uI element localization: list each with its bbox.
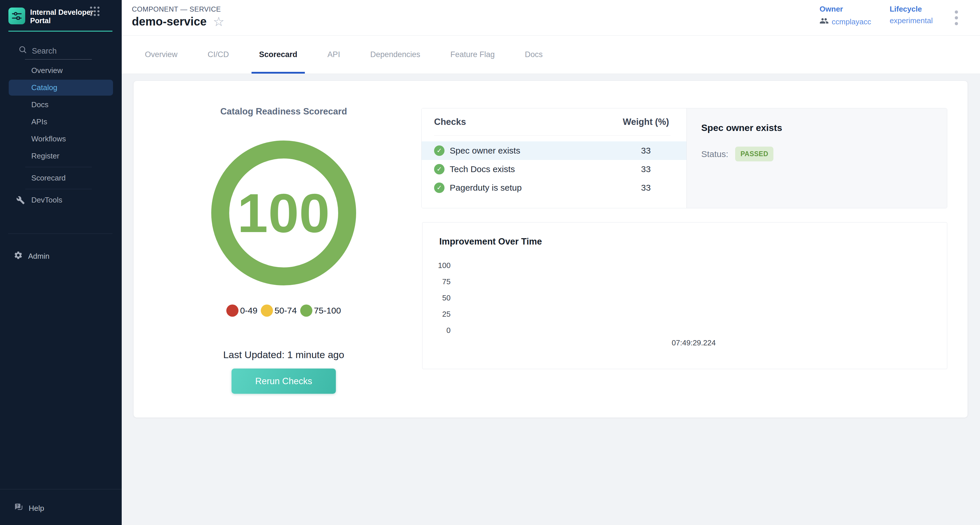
sidebar-item-label: Overview — [31, 66, 63, 75]
check-row[interactable]: ✓Tech Docs exists33 — [422, 160, 686, 178]
svg-text:?: ? — [16, 504, 19, 508]
check-name: Pagerduty is setup — [450, 183, 522, 192]
legend-dot — [300, 304, 312, 317]
wrench-icon — [16, 196, 25, 205]
y-axis-tick: 100 — [433, 261, 450, 270]
legend-label: 50-74 — [274, 305, 297, 315]
sidebar-item-label: Docs — [31, 100, 48, 109]
check-weight: 33 — [621, 146, 671, 156]
legend-dot — [226, 304, 239, 317]
sidebar-item-register[interactable]: Register — [0, 148, 122, 165]
sidebar-item-label: Help — [29, 504, 44, 513]
tab-overview[interactable]: Overview — [145, 36, 178, 73]
check-weight: 33 — [621, 183, 671, 192]
tab-api[interactable]: API — [328, 36, 340, 73]
sidebar: Internal Developer Portal OverviewCatalo… — [0, 0, 122, 525]
check-weight: 33 — [621, 164, 671, 174]
checks-section: Checks Weight (%) ✓Spec owner exists33✓T… — [421, 108, 947, 208]
sidebar-item-workflows[interactable]: Workflows — [0, 130, 122, 148]
owner-block: Owner ccmplayacc — [819, 5, 871, 27]
sidebar-item-apis[interactable]: APIs — [0, 113, 122, 130]
status-badge: PASSED — [735, 146, 773, 161]
legend-item: 75-100 — [300, 304, 341, 317]
sidebar-item-admin[interactable]: Admin — [0, 248, 122, 264]
improvement-chart: Improvement Over Time 1007550250 07:49:2… — [422, 222, 947, 369]
score-summary: Catalog Readiness Scorecard 100 0-4950-7… — [134, 81, 434, 394]
tab-scorecard[interactable]: Scorecard — [259, 36, 297, 73]
kebab-menu-icon[interactable] — [953, 5, 960, 31]
last-updated-text: Last Updated: 1 minute ago — [223, 349, 344, 360]
y-axis-tick: 50 — [433, 293, 450, 302]
check-name: Spec owner exists — [450, 146, 520, 156]
sidebar-item-help[interactable]: ? Help — [0, 500, 122, 516]
sidebar-nav: OverviewCatalogDocsAPIsWorkflowsRegister… — [0, 62, 122, 208]
sidebar-item-label: Scorecard — [31, 173, 66, 182]
sidebar-item-label: Catalog — [31, 83, 57, 92]
x-axis-tick: 07:49:29.224 — [672, 339, 716, 347]
sidebar-accent-divider — [8, 31, 113, 32]
sidebar-divider — [8, 234, 113, 234]
scorecard-page-card: Catalog Readiness Scorecard 100 0-4950-7… — [133, 81, 968, 418]
owner-label[interactable]: Owner — [819, 5, 871, 14]
check-row[interactable]: ✓Pagerduty is setup33 — [422, 178, 686, 197]
legend-label: 75-100 — [314, 305, 341, 315]
tab-ci-cd[interactable]: CI/CD — [208, 36, 229, 73]
sidebar-item-overview[interactable]: Overview — [0, 62, 122, 79]
apps-grid-icon[interactable] — [89, 6, 100, 18]
legend-dot — [261, 304, 273, 317]
sidebar-item-docs[interactable]: Docs — [0, 96, 122, 113]
score-legend: 0-4950-7475-100 — [226, 304, 341, 317]
lifecycle-label[interactable]: Lifecycle — [889, 5, 933, 14]
sidebar-item-label: Workflows — [31, 134, 66, 143]
breadcrumb: COMPONENT — SERVICE — [132, 5, 224, 13]
group-icon — [819, 16, 829, 27]
sidebar-item-label: APIs — [31, 117, 47, 126]
legend-item: 50-74 — [261, 304, 297, 317]
lifecycle-value[interactable]: experimental — [889, 16, 933, 25]
help-chat-icon: ? — [14, 503, 24, 514]
tab-docs[interactable]: Docs — [525, 36, 543, 73]
y-axis-tick: 25 — [433, 310, 450, 319]
sidebar-item-label: Admin — [28, 252, 49, 261]
y-axis-tick: 75 — [433, 277, 450, 286]
weight-column-header: Weight (%) — [621, 117, 671, 127]
sidebar-item-label: DevTools — [31, 196, 62, 204]
check-name: Tech Docs exists — [450, 164, 515, 174]
content-area: Catalog Readiness Scorecard 100 0-4950-7… — [122, 74, 980, 525]
status-label: Status: — [701, 149, 728, 159]
score-gauge: 100 — [211, 140, 356, 285]
main-area: COMPONENT — SERVICE demo-service ☆ Owner… — [122, 0, 980, 525]
check-passed-icon: ✓ — [434, 145, 444, 156]
chart-title: Improvement Over Time — [439, 236, 542, 247]
sidebar-item-scorecard[interactable]: Scorecard — [0, 170, 122, 186]
brand-title: Internal Developer Portal — [30, 8, 97, 25]
sidebar-item-catalog[interactable]: Catalog — [9, 80, 113, 95]
check-passed-icon: ✓ — [434, 164, 444, 174]
checks-table: Checks Weight (%) ✓Spec owner exists33✓T… — [422, 108, 687, 208]
check-row[interactable]: ✓Spec owner exists33 — [422, 142, 686, 160]
checks-column-header: Checks — [434, 117, 466, 127]
search-input[interactable] — [25, 43, 92, 60]
tab-dependencies[interactable]: Dependencies — [370, 36, 420, 73]
sidebar-item-label: Register — [31, 151, 59, 160]
check-passed-icon: ✓ — [434, 183, 444, 193]
y-axis-tick: 0 — [433, 326, 450, 335]
lifecycle-block: Lifecycle experimental — [889, 5, 933, 25]
check-detail-title: Spec owner exists — [701, 123, 947, 133]
app-logo-icon — [8, 8, 25, 24]
entity-header: COMPONENT — SERVICE demo-service ☆ Owner… — [122, 0, 980, 36]
score-value: 100 — [237, 181, 330, 245]
sidebar-item-devtools[interactable]: DevTools — [0, 191, 122, 208]
gear-icon — [14, 251, 23, 262]
check-detail-panel: Spec owner exists Status: PASSED — [687, 108, 947, 208]
favorite-star-icon[interactable]: ☆ — [213, 15, 224, 28]
rerun-checks-button[interactable]: Rerun Checks — [232, 369, 336, 394]
legend-item: 0-49 — [226, 304, 257, 317]
owner-value[interactable]: ccmplayacc — [832, 18, 871, 26]
page-title: demo-service — [132, 15, 207, 28]
tab-feature-flag[interactable]: Feature Flag — [450, 36, 495, 73]
scorecard-title: Catalog Readiness Scorecard — [220, 107, 347, 117]
brand: Internal Developer Portal — [8, 8, 97, 25]
legend-label: 0-49 — [240, 305, 257, 315]
entity-tabbar: OverviewCI/CDScorecardAPIDependenciesFea… — [122, 36, 980, 74]
